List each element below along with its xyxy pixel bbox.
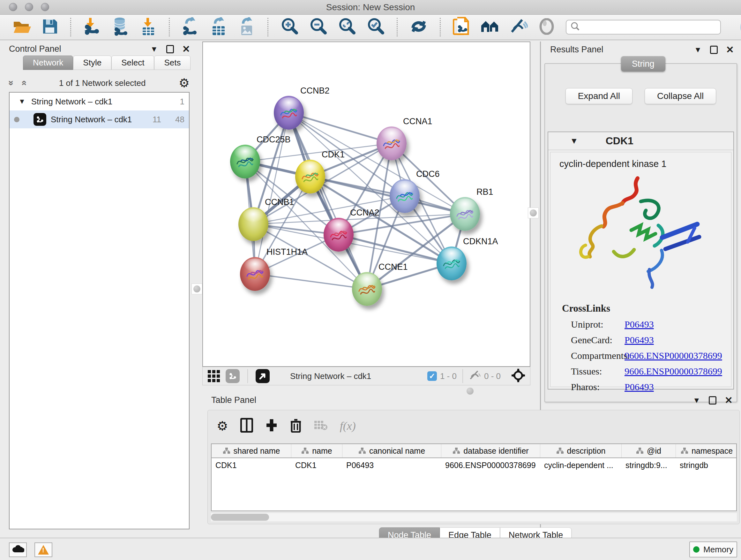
grid-view-icon[interactable] [207, 369, 220, 383]
edge[interactable] [289, 113, 367, 289]
column-header-name[interactable]: name [291, 444, 342, 457]
network-canvas[interactable]: CCNB2CCNA1CDC25BCDK1CDC6RB1CCNB1CCNA2CDK… [202, 42, 530, 367]
column-header-id[interactable]: @id [622, 444, 676, 457]
edge[interactable] [310, 177, 465, 214]
cell-database-identifier[interactable]: 9606.ENSP00000378699 [441, 458, 540, 473]
crosslink-tissues-link[interactable]: 9606.ENSP00000378699 [624, 366, 722, 377]
network-node-ccnb1[interactable] [239, 207, 268, 241]
collapse-all-button[interactable]: Collapse All [645, 88, 716, 104]
table-settings-gear-icon[interactable]: ⚙ [217, 419, 228, 433]
toolbar-search[interactable] [566, 20, 721, 35]
cell-description[interactable]: cyclin-dependent ... [540, 458, 622, 473]
column-header-canonical-name[interactable]: canonical name [342, 444, 441, 457]
edge[interactable] [255, 274, 367, 289]
selected-checkbox-icon[interactable]: ✓ [427, 371, 437, 381]
cloud-status-button[interactable] [9, 543, 27, 557]
float-panel-icon[interactable] [710, 46, 718, 54]
delete-column-trash-icon[interactable] [290, 418, 301, 434]
collapse-all-networks-icon[interactable]: » [18, 80, 29, 86]
zoom-in-button[interactable] [280, 18, 298, 36]
zoom-fit-button[interactable] [338, 18, 356, 36]
save-session-button[interactable] [42, 18, 58, 36]
birdseye-view-icon[interactable] [256, 369, 270, 383]
minimize-window-button[interactable] [25, 3, 33, 11]
show-eye-button[interactable] [538, 18, 555, 36]
close-window-button[interactable] [9, 3, 17, 11]
float-panel-icon[interactable] [166, 45, 174, 53]
import-network-database-button[interactable] [111, 18, 129, 36]
table-row[interactable]: CDK1 CDK1 P06493 9606.ENSP00000378699 cy… [212, 458, 736, 473]
delete-table-icon[interactable] [314, 420, 328, 432]
expand-all-button[interactable]: Expand All [565, 88, 632, 104]
home-networks-button[interactable] [481, 18, 499, 36]
zoom-out-button[interactable] [309, 18, 327, 36]
tab-network[interactable]: Network [23, 56, 73, 70]
network-collection-row[interactable]: ▼ String Network – cdk1 1 [10, 92, 189, 111]
network-node-cdc6[interactable] [390, 179, 420, 213]
cell-name[interactable]: CDK1 [291, 458, 342, 473]
import-table-button[interactable] [140, 18, 157, 36]
panel-menu-icon[interactable]: ▼ [150, 45, 158, 54]
panel-menu-icon[interactable]: ▼ [694, 45, 702, 54]
add-column-icon[interactable] [265, 418, 278, 434]
network-node-hist1h1a[interactable] [240, 257, 270, 291]
tab-select[interactable]: Select [111, 56, 154, 70]
float-panel-icon[interactable] [709, 396, 717, 405]
column-header-database-identifier[interactable]: database identifier [441, 444, 540, 457]
column-header-description[interactable]: description [540, 444, 622, 457]
column-header-namespace[interactable]: namespace [676, 444, 738, 457]
network-node-cdc25b[interactable] [230, 145, 260, 179]
edge[interactable] [289, 113, 392, 143]
hide-glasses-button[interactable] [510, 18, 528, 36]
export-table-button[interactable] [210, 18, 227, 36]
crosslink-pharos-link[interactable]: P06493 [624, 381, 654, 392]
close-panel-icon[interactable]: ✕ [182, 44, 190, 55]
network-node-ccna1[interactable] [377, 126, 407, 160]
left-splitter-handle[interactable] [192, 284, 202, 294]
right-splitter-handle[interactable] [528, 207, 539, 219]
network-node-ccnb2[interactable] [274, 96, 304, 130]
crosslink-compartments-link[interactable]: 9606.ENSP00000378699 [624, 350, 722, 361]
import-network-file-button[interactable] [83, 18, 100, 36]
network-node-cdk1[interactable] [295, 160, 325, 193]
tab-sets[interactable]: Sets [154, 56, 191, 70]
network-node-ccna2[interactable] [324, 218, 354, 252]
cell-id[interactable]: stringdb:9... [622, 458, 676, 473]
cell-shared-name[interactable]: CDK1 [212, 458, 291, 473]
close-panel-icon[interactable]: ✕ [725, 395, 733, 406]
expand-all-networks-icon[interactable]: » [6, 80, 17, 86]
hidden-eye-slash-icon[interactable] [469, 370, 481, 383]
zoom-selected-button[interactable] [367, 18, 385, 36]
panel-menu-icon[interactable]: ▼ [693, 396, 700, 405]
open-session-button[interactable] [13, 18, 31, 36]
close-panel-icon[interactable]: ✕ [726, 44, 734, 55]
refresh-button[interactable] [410, 18, 428, 36]
memory-button[interactable]: Memory [689, 542, 737, 557]
cell-canonical-name[interactable]: P06493 [342, 458, 441, 473]
collapse-entry-icon[interactable]: ▼ [570, 136, 578, 146]
network-node-rb1[interactable] [450, 197, 480, 231]
function-builder-icon[interactable]: f(x) [340, 419, 356, 433]
scrollbar-thumb[interactable] [211, 514, 269, 521]
horizontal-scrollbar[interactable] [211, 513, 737, 521]
cell-namespace[interactable]: stringdb [676, 458, 738, 473]
network-row[interactable]: String Network – cdk1 11 48 [10, 111, 189, 128]
show-columns-icon[interactable] [240, 418, 253, 434]
column-header-shared-name[interactable]: shared name [212, 444, 291, 457]
collapse-triangle-icon[interactable]: ▼ [18, 98, 25, 106]
crosslink-uniprot-link[interactable]: P06493 [624, 319, 654, 330]
tab-string[interactable]: String [621, 56, 665, 71]
warnings-button[interactable] [35, 543, 52, 557]
export-image-button[interactable] [238, 18, 255, 36]
network-options-gear-icon[interactable]: ⚙ [179, 76, 190, 90]
network-node-ccne1[interactable] [352, 272, 382, 306]
clone-network-button[interactable] [453, 18, 470, 36]
crosslink-genecard-link[interactable]: P06493 [624, 334, 654, 346]
network-badge-icon[interactable] [226, 369, 240, 383]
tab-style[interactable]: Style [73, 56, 111, 70]
search-input[interactable] [583, 23, 717, 32]
zoom-window-button[interactable] [41, 3, 49, 11]
network-node-cdkn1a[interactable] [436, 246, 467, 280]
fit-selected-crosshair-icon[interactable] [511, 368, 526, 384]
export-network-button[interactable] [182, 18, 199, 36]
